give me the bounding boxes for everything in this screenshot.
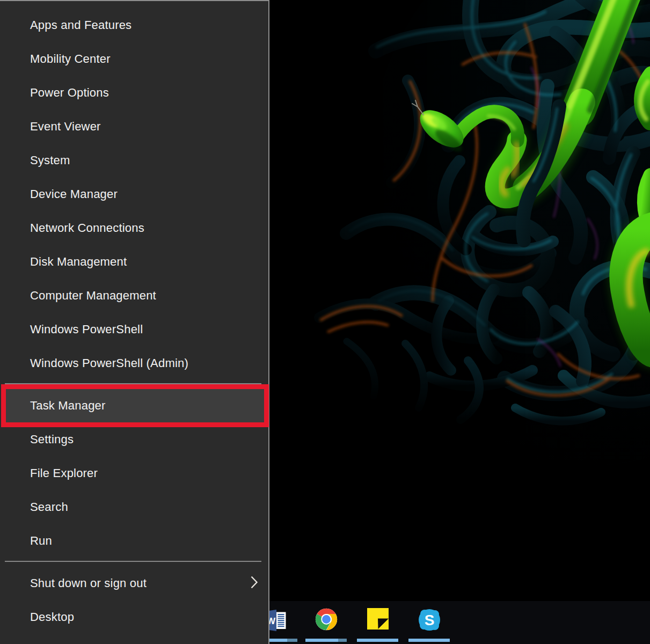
menu-item-task-manager[interactable]: Task Manager bbox=[0, 389, 268, 422]
taskbar-button-sticky-notes[interactable] bbox=[357, 601, 398, 644]
menu-item-label: Windows PowerShell (Admin) bbox=[30, 356, 188, 370]
menu-separator bbox=[0, 380, 268, 389]
menu-item-label: Power Options bbox=[30, 86, 109, 99]
skype-icon: S bbox=[417, 608, 442, 634]
menu-item-windows-powershell-admin[interactable]: Windows PowerShell (Admin) bbox=[0, 346, 268, 380]
menu-item-label: Computer Management bbox=[30, 289, 156, 302]
snake-tangle-art bbox=[290, 0, 650, 467]
menu-item-windows-powershell[interactable]: Windows PowerShell bbox=[0, 312, 268, 346]
menu-item-system[interactable]: System bbox=[0, 143, 268, 177]
menu-separator-line bbox=[5, 561, 261, 562]
menu-item-label: System bbox=[30, 153, 70, 167]
menu-item-disk-management[interactable]: Disk Management bbox=[0, 245, 268, 279]
running-app-underline-tail bbox=[338, 639, 347, 642]
running-app-underline bbox=[305, 639, 347, 642]
taskbar-button-chrome[interactable] bbox=[305, 601, 347, 644]
menu-item-network-connections[interactable]: Network Connections bbox=[0, 211, 268, 245]
running-app-underline-tail bbox=[287, 639, 297, 642]
menu-item-label: Windows PowerShell bbox=[30, 323, 143, 336]
menu-item-label: Shut down or sign out bbox=[30, 576, 147, 590]
running-app-underline bbox=[357, 639, 398, 642]
menu-item-label: Apps and Features bbox=[30, 18, 132, 32]
menu-item-power-options[interactable]: Power Options bbox=[0, 76, 268, 109]
menu-item-shut-down-or-sign-out[interactable]: Shut down or sign out bbox=[0, 566, 268, 600]
menu-separator bbox=[0, 558, 268, 566]
menu-item-file-explorer[interactable]: File Explorer bbox=[0, 456, 268, 490]
menu-item-label: Settings bbox=[30, 433, 74, 446]
running-app-underline bbox=[408, 639, 450, 642]
menu-item-run[interactable]: Run bbox=[0, 524, 268, 558]
menu-item-label: Disk Management bbox=[30, 255, 127, 268]
menu-item-settings[interactable]: Settings bbox=[0, 422, 268, 456]
menu-item-desktop[interactable]: Desktop bbox=[0, 600, 268, 634]
menu-item-computer-management[interactable]: Computer Management bbox=[0, 279, 268, 312]
sticky-notes-icon bbox=[367, 608, 389, 632]
menu-item-event-viewer[interactable]: Event Viewer bbox=[0, 109, 268, 143]
menu-item-label: Mobility Center bbox=[30, 52, 111, 65]
menu-separator-line bbox=[5, 383, 261, 384]
chevron-right-icon bbox=[250, 575, 258, 589]
menu-item-label: Desktop bbox=[30, 610, 74, 624]
menu-item-label: Event Viewer bbox=[30, 120, 101, 133]
taskbar-button-skype[interactable]: S bbox=[408, 601, 450, 644]
menu-item-label: Run bbox=[30, 534, 52, 547]
power-user-menu: Apps and FeaturesMobility CenterPower Op… bbox=[0, 0, 269, 644]
menu-item-search[interactable]: Search bbox=[0, 490, 268, 524]
menu-item-label: Search bbox=[30, 500, 68, 514]
menu-item-mobility-center[interactable]: Mobility Center bbox=[0, 42, 268, 76]
menu-item-label: Task Manager bbox=[30, 399, 106, 412]
menu-item-label: File Explorer bbox=[30, 466, 98, 480]
menu-item-apps-and-features[interactable]: Apps and Features bbox=[0, 8, 268, 42]
menu-item-label: Device Manager bbox=[30, 187, 118, 201]
menu-item-label: Network Connections bbox=[30, 221, 144, 235]
svg-text:S: S bbox=[424, 612, 434, 628]
menu-items-list: Apps and FeaturesMobility CenterPower Op… bbox=[0, 8, 268, 634]
chrome-icon bbox=[315, 608, 338, 633]
word-icon: W bbox=[268, 608, 292, 633]
menu-item-device-manager[interactable]: Device Manager bbox=[0, 177, 268, 211]
